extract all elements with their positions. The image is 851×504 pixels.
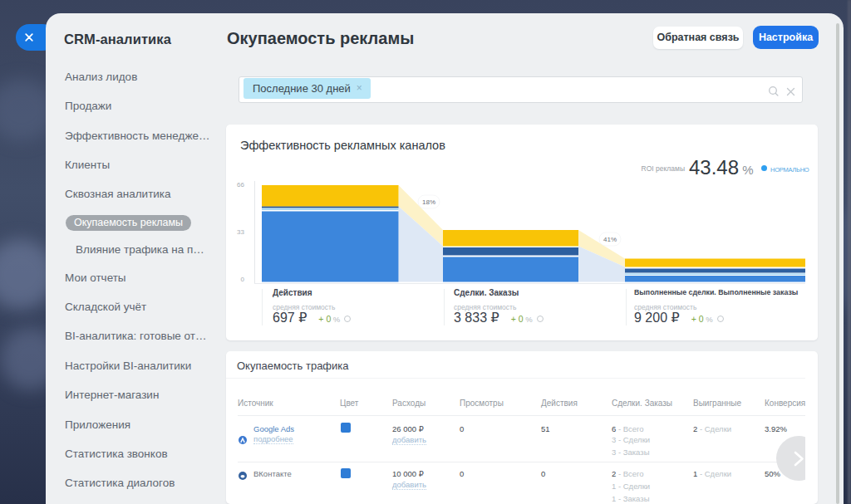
svg-text:66: 66	[237, 181, 244, 188]
svg-text:18%: 18%	[422, 198, 435, 206]
svg-text:33: 33	[237, 228, 244, 236]
svg-text:0: 0	[241, 276, 245, 283]
svg-text:41%: 41%	[603, 236, 617, 243]
